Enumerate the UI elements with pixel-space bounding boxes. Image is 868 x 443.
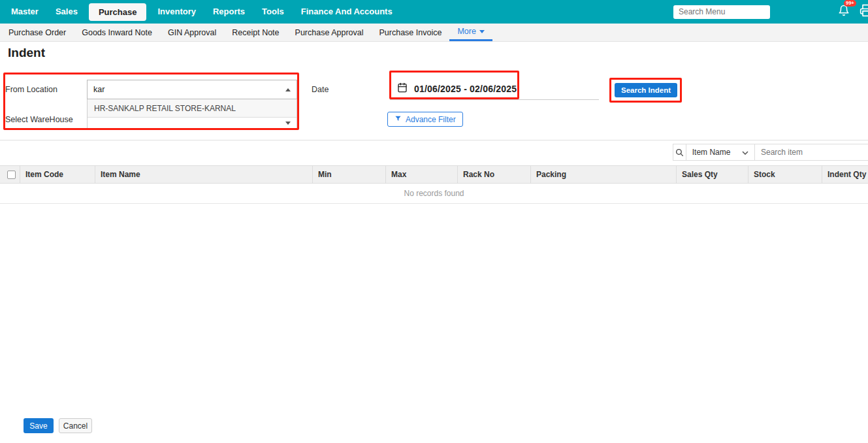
printer-button[interactable] [859,4,868,20]
notifications-button[interactable]: 99+ [838,4,850,20]
nav-finance-and-accounts[interactable]: Finance And Accounts [293,0,401,24]
table-header-row: Item Code Item Name Min Max Rack No Pack… [0,165,868,184]
search-field-value: Item Name [692,148,731,157]
column-header-stock: Stock [748,166,822,183]
chevron-up-icon [285,88,291,91]
column-header-max: Max [385,166,457,183]
notification-count-badge: 99+ [844,0,856,7]
search-indent-button[interactable]: Search Indent [615,83,677,97]
subnav-gin-approval[interactable]: GIN Approval [160,24,224,41]
no-records-message: No records found [404,189,464,198]
top-navbar: Master Sales Purchase Inventory Reports … [0,0,868,24]
printer-icon [859,8,868,19]
from-location-value: kar [93,85,104,94]
save-button[interactable]: Save [24,418,54,433]
select-warehouse-label: Select WareHouse [5,115,73,124]
date-range-value: 01/06/2025 - 02/06/2025 [414,84,517,94]
item-search-input[interactable] [754,144,868,160]
from-location-dropdown: HR-SANKALP RETAIL STORE-KARNAL [87,99,297,129]
app-screen: Master Sales Purchase Inventory Reports … [0,0,868,443]
from-location-input[interactable]: kar [87,80,297,99]
subnav-more[interactable]: More [449,24,492,41]
nav-sales[interactable]: Sales [47,0,86,24]
subnav-goods-inward-note[interactable]: Goods Inward Note [74,24,160,41]
nav-reports[interactable]: Reports [204,0,253,24]
indent-items-table: Item Code Item Name Min Max Rack No Pack… [0,165,868,204]
column-header-item-code: Item Code [20,166,95,183]
nav-inventory[interactable]: Inventory [149,0,204,24]
column-header-item-name: Item Name [95,166,312,183]
page-title: Indent [8,46,45,60]
advance-filter-label: Advance Filter [406,115,456,124]
chevron-down-icon [285,122,291,125]
cancel-button[interactable]: Cancel [59,418,92,433]
purchase-subnav: Purchase Order Goods Inward Note GIN App… [0,24,868,42]
select-all-checkbox[interactable] [7,171,16,179]
search-field-dropdown[interactable]: Item Name [686,144,754,160]
warehouse-select[interactable] [88,118,297,128]
nav-tools[interactable]: Tools [253,0,293,24]
table-search-toolbar: Item Name [673,144,868,161]
calendar-icon [397,82,408,95]
subnav-purchase-invoice[interactable]: Purchase Invoice [371,24,449,41]
filter-icon [394,115,402,124]
column-header-indent-qty: Indent Qty [822,166,868,183]
date-range-picker[interactable]: 01/06/2025 - 02/06/2025 [390,78,599,100]
section-divider [0,140,868,140]
chevron-down-icon [479,30,485,33]
subnav-purchase-approval[interactable]: Purchase Approval [287,24,372,41]
column-header-packing: Packing [530,166,676,183]
location-option-karnal[interactable]: HR-SANKALP RETAIL STORE-KARNAL [88,99,297,118]
bell-icon [838,8,850,19]
topnav-right: 99+ [673,4,868,20]
advance-filter-button[interactable]: Advance Filter [387,112,463,127]
empty-state-row: No records found [0,184,868,204]
from-location-combobox: kar HR-SANKALP RETAIL STORE-KARNAL [87,80,297,129]
column-header-min: Min [312,166,385,183]
menu-search-input[interactable] [673,5,770,19]
column-header-sales-qty: Sales Qty [676,166,748,183]
main-menu: Master Sales Purchase Inventory Reports … [0,0,401,24]
subnav-more-label: More [457,27,475,36]
date-label: Date [312,85,329,94]
from-location-label: From Location [5,85,57,94]
subnav-receipt-note[interactable]: Receipt Note [224,24,287,41]
search-icon [673,144,686,160]
column-header-rack-no: Rack No [457,166,530,183]
nav-master[interactable]: Master [3,0,47,24]
nav-purchase[interactable]: Purchase [89,3,147,21]
header-checkbox-cell [0,166,20,183]
subnav-purchase-order[interactable]: Purchase Order [1,24,74,41]
chevron-down-icon [742,148,748,157]
